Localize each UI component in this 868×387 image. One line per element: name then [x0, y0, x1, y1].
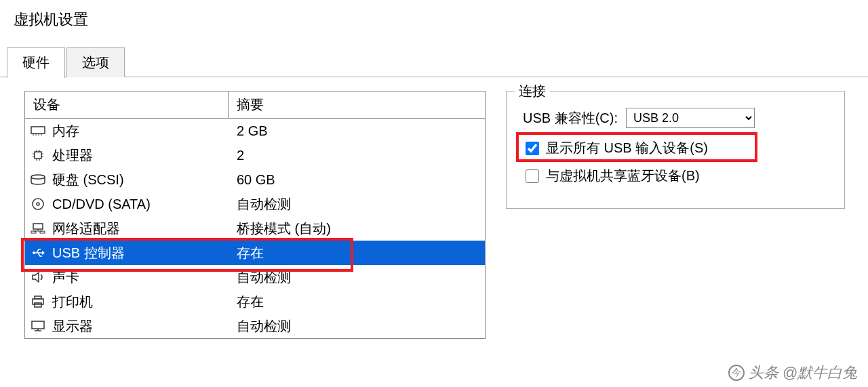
tab-options[interactable]: 选项 — [66, 47, 125, 77]
device-label: 打印机 — [52, 293, 93, 311]
device-label: 处理器 — [52, 146, 93, 165]
svg-rect-0 — [31, 127, 45, 134]
usb-icon — [31, 247, 45, 259]
svg-point-14 — [31, 175, 45, 179]
device-summary: 自动检测 — [229, 195, 485, 213]
printer-icon — [31, 296, 45, 308]
device-summary: 存在 — [229, 293, 485, 311]
sound-icon — [31, 271, 45, 283]
tab-strip: 硬件 选项 — [7, 47, 868, 77]
disk-icon — [31, 174, 45, 186]
device-label: 网络适配器 — [52, 220, 120, 238]
share-bluetooth-label: 与虚拟机共享蓝牙设备(B) — [546, 167, 700, 185]
device-row-display[interactable]: 显示器 自动检测 — [25, 314, 485, 338]
device-summary: 自动检测 — [229, 317, 485, 335]
device-label: CD/DVD (SATA) — [52, 197, 151, 212]
svg-marker-25 — [33, 272, 39, 282]
show-all-usb-label: 显示所有 USB 输入设备(S) — [546, 139, 708, 157]
column-summary-header: 摘要 — [229, 91, 485, 118]
device-summary: 2 — [229, 148, 485, 163]
network-icon — [31, 222, 45, 235]
usb-compat-select[interactable]: USB 2.0 — [626, 108, 755, 128]
device-row-cpu[interactable]: 处理器 2 — [25, 143, 485, 167]
svg-rect-17 — [33, 224, 43, 229]
svg-rect-28 — [35, 303, 41, 307]
device-label: 显示器 — [52, 317, 93, 335]
device-label: 内存 — [52, 122, 79, 140]
usb-compat-label: USB 兼容性(C): — [523, 109, 618, 127]
groupbox-title: 连接 — [515, 82, 550, 100]
device-list: 设备 摘要 内存 2 GB 处理器 2 — [24, 91, 486, 339]
tab-hardware[interactable]: 硬件 — [7, 47, 65, 78]
device-summary: 2 GB — [229, 123, 485, 139]
svg-rect-5 — [35, 152, 41, 159]
device-row-usb[interactable]: USB 控制器 存在 — [25, 241, 485, 265]
device-row-printer[interactable]: 打印机 存在 — [25, 289, 485, 314]
show-all-usb-checkbox[interactable] — [526, 142, 539, 155]
device-row-memory[interactable]: 内存 2 GB — [25, 119, 485, 143]
column-device-header: 设备 — [25, 91, 229, 118]
cd-icon — [31, 198, 45, 210]
cpu-icon — [31, 149, 45, 161]
watermark: 今 头条 @默牛白兔 — [728, 363, 857, 383]
watermark-text: 头条 @默牛白兔 — [749, 363, 857, 383]
device-summary: 60 GB — [229, 172, 485, 188]
svg-rect-29 — [32, 321, 44, 329]
watermark-logo-icon: 今 — [728, 365, 745, 381]
svg-marker-24 — [42, 251, 45, 255]
device-summary: 存在 — [229, 244, 485, 262]
device-label: 硬盘 (SCSI) — [52, 171, 124, 189]
device-summary: 自动检测 — [229, 268, 485, 287]
device-row-cddvd[interactable]: CD/DVD (SATA) 自动检测 — [25, 192, 485, 216]
svg-point-16 — [37, 203, 39, 205]
memory-icon — [31, 125, 45, 137]
device-row-sound[interactable]: 声卡 自动检测 — [25, 265, 485, 289]
device-summary: 桥接模式 (自动) — [229, 220, 485, 238]
device-row-disk[interactable]: 硬盘 (SCSI) 60 GB — [25, 167, 485, 192]
connection-groupbox: 连接 USB 兼容性(C): USB 2.0 显示所有 USB 输入设备(S) … — [506, 91, 845, 209]
device-label: USB 控制器 — [52, 244, 125, 262]
display-icon — [31, 320, 45, 332]
device-label: 声卡 — [52, 268, 79, 287]
device-row-network[interactable]: 网络适配器 桥接模式 (自动) — [25, 216, 485, 241]
share-bluetooth-checkbox[interactable] — [526, 169, 539, 183]
window-title: 虚拟机设置 — [0, 0, 868, 35]
svg-point-15 — [33, 199, 43, 209]
